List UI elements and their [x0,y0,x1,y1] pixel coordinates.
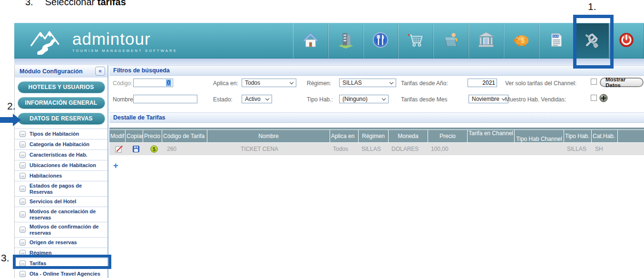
header-strip [14,59,644,65]
sidebar-item-caracteristicas-de-hab[interactable]: → Características de Hab. [15,149,107,160]
channel-checkbox[interactable] [591,79,597,85]
save-row-icon[interactable] [126,143,143,155]
toolbar-bank-button[interactable] [468,23,504,58]
col-copiar[interactable]: Copiar [126,130,143,142]
codigo-input[interactable]: 0 [133,79,173,87]
col-precio-icon[interactable]: Precio [143,130,162,142]
regimen-select[interactable]: SILLAS [339,79,396,87]
arrow-icon: → [20,141,26,148]
sidebar-item-motivos-cancelacion[interactable]: → Motivos de cancelación de reservas [15,207,107,222]
fork-knife-icon [371,31,390,51]
sidebar-collapse-button[interactable]: « [95,67,105,76]
estado-select[interactable]: Activo [242,95,272,103]
price-row-icon[interactable]: $ [143,143,162,155]
tarifas-mes-select[interactable]: Noviembre [468,95,508,103]
callout-label-3: 3. [1,252,10,264]
mostrar-datos-button[interactable]: Mostrar Datos [600,78,644,87]
edit-row-icon[interactable] [109,143,126,155]
col-codigo-tarifa[interactable]: Código de Tarifa [162,130,207,142]
mountain-logo-icon [29,26,69,57]
tipo-hab-label: Tipo Hab.: [307,96,333,103]
toolbar-cart-button[interactable] [398,23,433,58]
col-cat-hab[interactable]: Cat.Hab. [592,130,617,142]
svg-text:$: $ [153,146,156,152]
annotation-arrow-2-body [0,117,13,123]
arrow-icon: → [20,152,26,158]
power-icon [617,31,635,51]
filters-title: Filtros de búsqueda [113,67,170,74]
sidebar-button-hoteles-usuarios[interactable]: HOTELES Y USUARIOS [18,81,105,93]
detail-section-header: Destalle de Tarifas [109,112,644,123]
building-icon [337,31,355,51]
tarifas-anio-label: Tarifas desde Año: [401,80,448,87]
sidebar-item-ota[interactable]: → Ota - Online Travel Agencies [15,268,107,278]
chevron-down-icon [382,96,386,100]
cell-nombre: TICKET CENA [207,143,330,155]
sidebar-item-categoria-de-habitacion[interactable]: → Categoría de Habitación [15,139,107,149]
sidebar-title: Módulo Configuración [20,68,83,75]
vendidas-checkbox[interactable] [591,95,597,101]
aplica-en-select[interactable]: Todos [242,79,296,87]
annotation-box-1 [573,15,614,69]
sidebar-button-informacion-general[interactable]: INFORMACIÓN GENERAL [18,97,105,109]
col-nombre[interactable]: Nombre [207,130,330,142]
doc-step-text: 3.Seleccionar tarifas [25,0,126,8]
table-row[interactable]: $ 260 TICKET CENA Todos SILLAS DOLARES 1… [109,143,644,155]
cell-codigo: 260 [162,143,207,155]
sidebar-item-tipos-de-habitacion[interactable]: → Tipos de Habitación [15,129,107,139]
arrow-icon: → [20,186,26,192]
person-folder-icon [442,31,460,51]
col-tipo-hab-channel[interactable]: Tipo Hab Channel [515,130,564,142]
toolbar-restaurant-button[interactable] [363,23,399,58]
annotation-arrow-2-head [13,114,21,126]
detail-title: Destalle de Tarifas [113,114,166,121]
sidebar-item-estados-de-pagos[interactable]: → Estados de pagos de Reservas [15,181,107,196]
toolbar-home-button[interactable] [293,23,328,58]
arrow-icon: → [20,271,26,277]
report-document-icon [547,31,565,51]
col-precio[interactable]: Precio [428,130,467,142]
sidebar-item-servicios-del-hotel[interactable]: → Servicios del Hotel [15,196,107,207]
cell-moneda: DOLARES [389,143,428,155]
sidebar-item-ubicaciones-de-habitacion[interactable]: → Ubicaciones de Habitacion [15,160,107,170]
sidebar-item-habitaciones[interactable]: → Habitaciones [15,170,107,181]
toolbar-hotels-button[interactable] [328,23,363,58]
toolbar-clients-button[interactable] [433,23,468,58]
sidebar: Módulo Configuración « HOTELES Y USUARIO… [14,65,108,278]
arrow-icon: → [20,211,26,218]
cell-tarifa-en-channel [468,143,515,155]
toolbar-reports-button[interactable] [539,23,574,58]
add-row-button[interactable]: + [113,162,118,169]
tarifas-anio-input[interactable]: 2021 [468,79,497,87]
cell-aplica-en: Todos [330,143,359,155]
aplica-en-label: Aplica en: [213,80,238,87]
toolbar-logout-button[interactable] [609,23,644,58]
sidebar-item-origen-de-reservas[interactable]: → Orígen de reservas [15,237,107,248]
estado-label: Estado: [213,96,233,103]
sidebar-item-motivos-confirmacion[interactable]: → Motivos de confirmación de reservas [15,222,107,237]
col-tarifa-en-channel[interactable]: Tarifa en Channel [468,130,514,142]
page: 3.Seleccionar tarifas admintour TOURISM … [0,0,644,278]
toolbar-finance-button[interactable]: $ [504,23,539,58]
codigo-label: Código: [113,80,132,87]
col-filler [618,130,644,142]
tipo-hab-select[interactable]: (Ninguno) [339,95,389,103]
chevron-down-icon [265,96,269,100]
sidebar-header: Módulo Configuración « [15,65,107,78]
sidebar-button-datos-de-reservas[interactable]: DATOS DE RESERVAS [18,113,105,125]
col-moneda[interactable]: Moneda [389,130,428,142]
col-regimen[interactable]: Régimen [359,130,388,142]
col-aplica-en[interactable]: Aplica en [330,130,358,142]
chevron-down-icon [390,80,393,84]
shopping-cart-icon [406,31,425,51]
col-tipo-hab[interactable]: Tipo Hab. [564,130,591,142]
add-circle-icon[interactable] [599,94,608,104]
codigo-value: 0 [166,79,171,86]
bank-icon [477,31,495,51]
annotation-box-3 [13,255,111,269]
nombre-label: Nombre: [113,96,135,103]
col-modif[interactable]: Modif [109,130,125,142]
logo: admintour TOURISM MANAGEMENT SOFTWARE [29,26,177,57]
cell-precio: 100,00 [428,143,468,155]
nombre-input[interactable] [133,95,197,103]
